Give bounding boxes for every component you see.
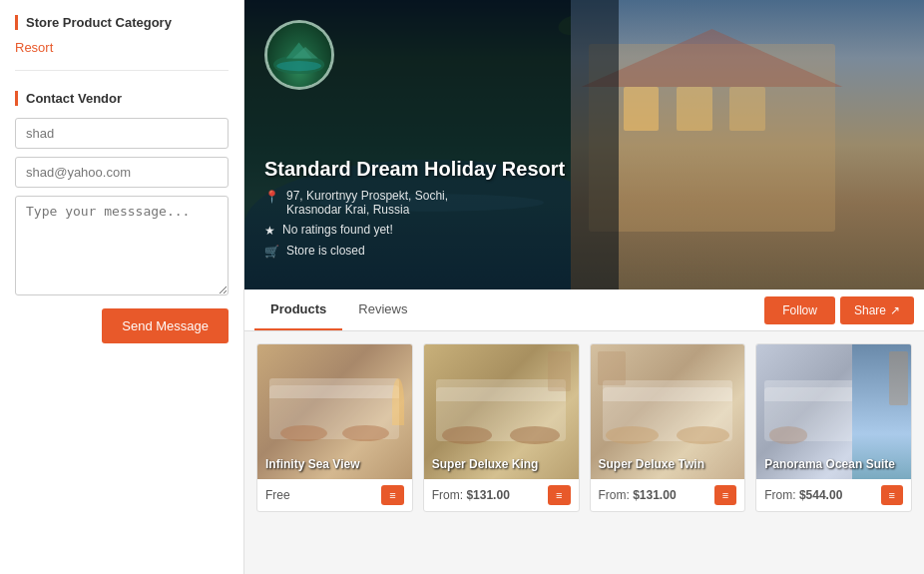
- store-avatar: [264, 20, 334, 90]
- status-row: 🛒 Store is closed: [264, 244, 565, 259]
- lamp-right: [889, 351, 908, 405]
- category-section-title: Store Product Category: [15, 15, 229, 30]
- product-price-1: Free: [265, 488, 290, 502]
- location-icon: 📍: [264, 190, 279, 204]
- contact-name-input[interactable]: [15, 118, 229, 149]
- product-bottom-2: From: $131.00 ≡: [424, 479, 579, 511]
- category-section: Store Product Category Resort: [15, 15, 229, 71]
- window-3: [729, 87, 764, 131]
- sidebar: Store Product Category Resort Contact Ve…: [0, 0, 244, 574]
- follow-button[interactable]: Follow: [764, 296, 835, 324]
- share-label: Share: [854, 303, 886, 317]
- pillow-4: [510, 426, 560, 444]
- products-grid: Infinity Sea View Free ≡: [256, 343, 912, 512]
- product-card-4: Panorama Ocean Suite From: $544.00 ≡: [755, 343, 912, 512]
- painting-1: [548, 351, 571, 392]
- send-message-button[interactable]: Send Message: [102, 308, 229, 343]
- store-banner: Standard Dream Holiday Resort 📍 97, Kuro…: [244, 0, 924, 289]
- store-address: 97, Kurortnyy Prospekt, Sochi, Krasnodar…: [286, 189, 448, 217]
- window-1: [624, 87, 659, 131]
- product-price-3: From: $131.00: [599, 488, 677, 502]
- pillow-7: [769, 426, 808, 444]
- product-bottom-3: From: $131.00 ≡: [591, 479, 745, 511]
- headboard-1: [269, 378, 399, 398]
- pillow-6: [677, 426, 729, 444]
- contact-message-textarea[interactable]: [15, 196, 229, 295]
- product-card-wrapper-2: Super Deluxe King: [424, 344, 579, 479]
- store-status-text: Store is closed: [286, 244, 365, 258]
- product-card-wrapper-3: Super Deluxe Twin: [591, 344, 745, 479]
- tab-reviews[interactable]: Reviews: [342, 289, 423, 330]
- address-row: 📍 97, Kurortnyy Prospekt, Sochi, Krasnod…: [264, 189, 565, 217]
- avatar-scene-icon: [273, 36, 324, 74]
- pillow-5: [606, 426, 659, 444]
- avatar-inner: [267, 23, 331, 87]
- store-title: Standard Dream Holiday Resort: [264, 158, 565, 181]
- store-info: 📍 97, Kurortnyy Prospekt, Sochi, Krasnod…: [264, 189, 565, 259]
- tab-products[interactable]: Products: [254, 289, 342, 330]
- pillow-1: [280, 425, 326, 441]
- svg-point-3: [277, 61, 322, 71]
- product-price-4: From: $544.00: [764, 488, 842, 502]
- main-content: Standard Dream Holiday Resort 📍 97, Kuro…: [244, 0, 924, 574]
- product-menu-button-2[interactable]: ≡: [548, 485, 570, 505]
- pillow-2: [342, 425, 388, 441]
- contact-email-input[interactable]: [15, 157, 229, 188]
- product-name-1: Infinity Sea View: [265, 457, 359, 471]
- headboard-2: [436, 379, 566, 401]
- product-name-2: Super Deluxe King: [432, 457, 539, 471]
- store-info-block: Standard Dream Holiday Resort 📍 97, Kuro…: [264, 158, 565, 265]
- category-link[interactable]: Resort: [15, 40, 53, 55]
- contact-section-title: Contact Vendor: [15, 91, 229, 106]
- share-arrow-icon: ↗: [890, 303, 900, 317]
- ratings-text: No ratings found yet!: [282, 223, 393, 237]
- product-card-wrapper-1: Infinity Sea View: [257, 344, 412, 479]
- contact-section: Contact Vendor Send Message: [15, 91, 229, 343]
- pillow-3: [442, 426, 492, 444]
- product-card-3: Super Deluxe Twin From: $131.00 ≡: [590, 343, 746, 512]
- ratings-row: ★ No ratings found yet!: [264, 223, 565, 238]
- product-card-wrapper-4: Panorama Ocean Suite: [756, 344, 911, 479]
- cart-icon: 🛒: [264, 245, 279, 259]
- product-name-4: Panorama Ocean Suite: [764, 457, 895, 471]
- products-section: Infinity Sea View Free ≡: [244, 331, 924, 524]
- banner-resort-bg: [571, 0, 924, 289]
- painting-2: [598, 351, 626, 385]
- page-wrapper: Store Product Category Resort Contact Ve…: [0, 0, 924, 574]
- window-2: [677, 87, 711, 131]
- star-icon: ★: [264, 224, 275, 238]
- product-menu-button-4[interactable]: ≡: [881, 485, 903, 505]
- product-menu-button-3[interactable]: ≡: [714, 485, 736, 505]
- share-button[interactable]: Share ↗: [840, 296, 914, 324]
- product-bottom-1: Free ≡: [257, 479, 412, 511]
- product-name-3: Super Deluxe Twin: [599, 457, 704, 471]
- product-menu-button-1[interactable]: ≡: [381, 485, 403, 505]
- product-card: Infinity Sea View Free ≡: [256, 343, 413, 512]
- lamp-1: [392, 378, 404, 425]
- product-price-2: From: $131.00: [432, 488, 510, 502]
- product-bottom-4: From: $544.00 ≡: [756, 479, 911, 511]
- headboard-4: [764, 380, 857, 400]
- product-card-2: Super Deluxe King From: $131.00 ≡: [423, 343, 580, 512]
- tab-actions: Follow Share ↗: [764, 296, 914, 324]
- tabs-bar: Products Reviews Follow Share ↗: [244, 289, 924, 331]
